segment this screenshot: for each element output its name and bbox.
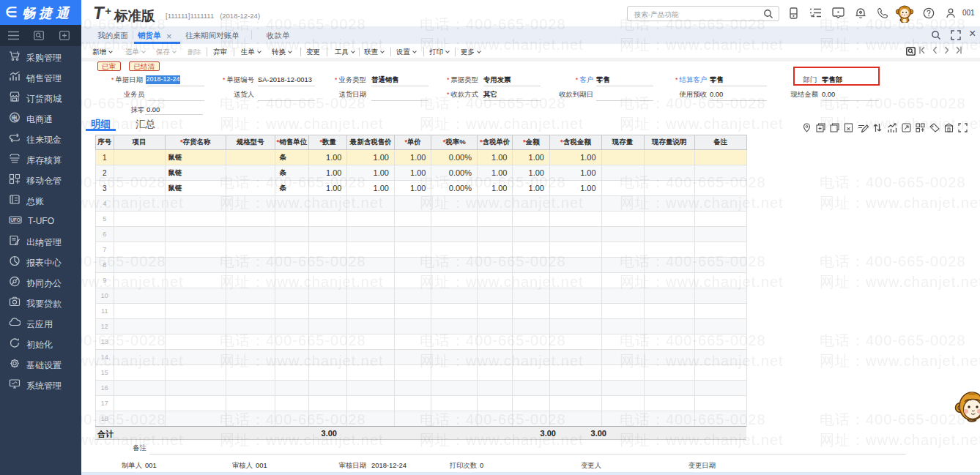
svg-text:电: 电: [12, 114, 18, 121]
svg-text:UFO: UFO: [10, 217, 21, 222]
